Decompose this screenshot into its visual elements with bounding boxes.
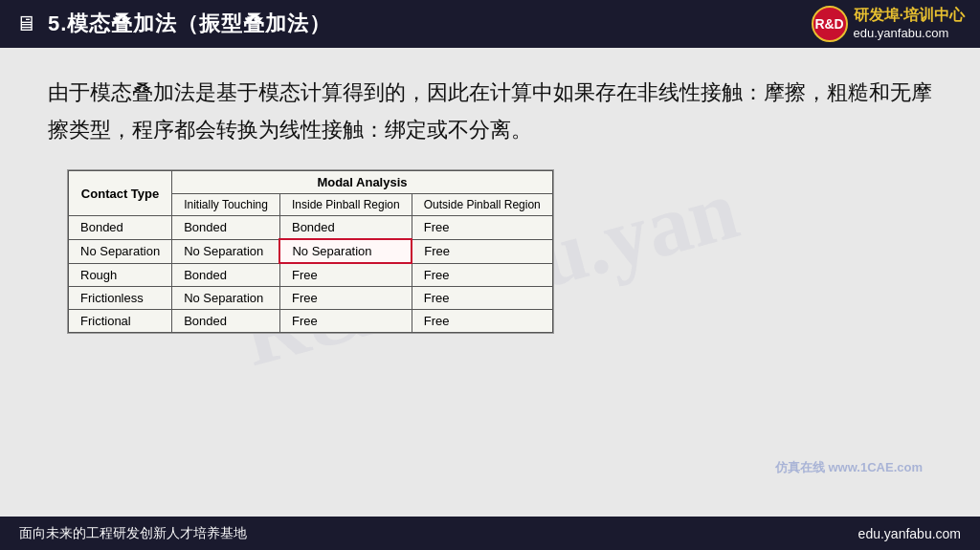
col-outside-pinball: Outside Pinball Region xyxy=(412,194,552,216)
cell-outside: Free xyxy=(412,287,552,310)
table-row: FrictionalBondedFreeFree xyxy=(69,310,553,333)
cell-inside: Free xyxy=(279,287,412,310)
footer-left: 面向未来的工程研发创新人才培养基地 xyxy=(19,525,247,542)
intro-text: 由于模态叠加法是基于模态计算得到的，因此在计算中如果存在非线性接触：摩擦，粗糙和… xyxy=(48,80,932,142)
monitor-icon: 🖥 xyxy=(15,11,36,36)
cell-contact-type: No Separation xyxy=(69,239,172,263)
header: 🖥 5.模态叠加法（振型叠加法） R&D 研发埠·培训中心 edu.yanfab… xyxy=(0,0,980,48)
table-row: FrictionlessNo SeparationFreeFree xyxy=(69,287,553,310)
watermark-bottom: 仿真在线 www.1CAE.com xyxy=(775,459,923,476)
col-inside-pinball: Inside Pinball Region xyxy=(279,194,412,216)
cell-contact-type: Frictional xyxy=(69,310,172,333)
col-initially-touching: Initially Touching xyxy=(172,194,280,216)
cell-initially: Bonded xyxy=(172,310,280,333)
table-header-top: Contact Type Modal Analysis xyxy=(69,171,553,194)
cell-outside: Free xyxy=(412,263,552,287)
logo-text: 研发埠·培训中心 edu.yanfabu.com xyxy=(854,6,965,42)
cell-inside: Bonded xyxy=(279,216,412,240)
cell-initially: Bonded xyxy=(172,263,280,287)
modal-analysis-table: Contact Type Modal Analysis Initially To… xyxy=(68,170,553,333)
footer: 面向未来的工程研发创新人才培养基地 edu.yanfabu.com xyxy=(0,517,980,550)
logo: R&D 研发埠·培训中心 edu.yanfabu.com xyxy=(812,6,965,42)
col-modal-analysis: Modal Analysis xyxy=(172,171,553,194)
table-row: BondedBondedBondedFree xyxy=(69,216,553,240)
table-body: BondedBondedBondedFreeNo SeparationNo Se… xyxy=(69,216,553,333)
table-row: RoughBondedFreeFree xyxy=(69,263,553,287)
table-row: No SeparationNo SeparationNo SeparationF… xyxy=(69,239,553,263)
footer-right: edu.yanfabu.com xyxy=(858,526,961,541)
cell-inside: No Separation xyxy=(279,239,412,263)
cell-initially: Bonded xyxy=(172,216,280,240)
cell-contact-type: Rough xyxy=(69,263,172,287)
cell-outside: Free xyxy=(412,239,552,263)
page-title: 5.模态叠加法（振型叠加法） xyxy=(48,10,331,38)
modal-analysis-table-wrapper: Contact Type Modal Analysis Initially To… xyxy=(67,169,554,334)
logo-url: edu.yanfabu.com xyxy=(854,26,965,42)
col-contact-type: Contact Type xyxy=(69,171,172,216)
cell-initially: No Separation xyxy=(172,287,280,310)
main-content: R&D edu.yan 由于模态叠加法是基于模态计算得到的，因此在计算中如果存在… xyxy=(0,48,980,517)
cell-outside: Free xyxy=(412,310,552,333)
cell-inside: Free xyxy=(279,263,412,287)
cell-initially: No Separation xyxy=(172,239,280,263)
logo-rd-text: R&D xyxy=(814,16,843,32)
cell-outside: Free xyxy=(412,216,552,240)
intro-paragraph: 由于模态叠加法是基于模态计算得到的，因此在计算中如果存在非线性接触：摩擦，粗糙和… xyxy=(48,75,932,148)
cell-contact-type: Bonded xyxy=(69,216,172,240)
logo-circle: R&D xyxy=(812,6,848,42)
cell-inside: Free xyxy=(279,310,412,333)
cell-contact-type: Frictionless xyxy=(69,287,172,310)
logo-brand: 研发埠·培训中心 xyxy=(854,6,965,26)
